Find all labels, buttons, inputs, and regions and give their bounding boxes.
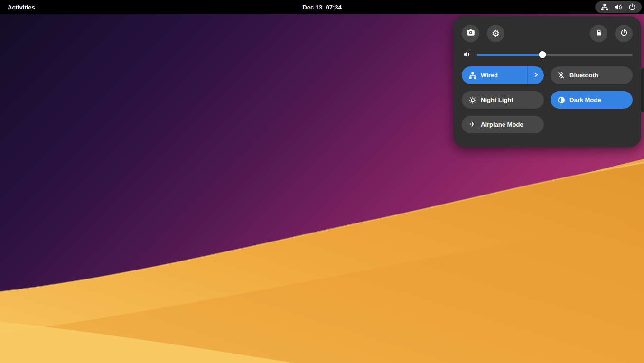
clock[interactable]: Dec 13 07:34 bbox=[302, 4, 341, 11]
speaker-icon bbox=[462, 50, 472, 58]
lock-icon bbox=[595, 29, 603, 38]
toggle-label: Night Light bbox=[481, 96, 513, 103]
toggle-wired-main[interactable]: Wired bbox=[462, 66, 527, 84]
volume-slider[interactable] bbox=[477, 51, 633, 58]
power-icon bbox=[620, 29, 628, 38]
top-bar: Activities Dec 13 07:34 bbox=[0, 0, 644, 14]
edge-panel-notch bbox=[641, 68, 644, 112]
toggle-wired-expand-button[interactable] bbox=[528, 66, 544, 84]
network-wired-icon bbox=[601, 3, 608, 11]
lock-button[interactable] bbox=[590, 25, 607, 42]
toggle-wired[interactable]: Wired bbox=[462, 66, 544, 84]
toggle-dark-mode[interactable]: Dark Mode bbox=[551, 91, 633, 109]
bluetooth-disabled-icon bbox=[557, 72, 565, 79]
volume-row bbox=[462, 50, 633, 58]
chevron-right-icon bbox=[532, 71, 540, 80]
settings-button[interactable]: ⚙ bbox=[487, 25, 504, 42]
power-icon bbox=[628, 3, 636, 11]
toggle-airplane-mode[interactable]: ✈ Airplane Mode bbox=[462, 116, 544, 133]
dark-mode-icon bbox=[557, 96, 565, 104]
network-wired-icon bbox=[468, 72, 476, 79]
toggle-label: Bluetooth bbox=[569, 72, 598, 79]
screenshot-button[interactable] bbox=[462, 25, 479, 42]
volume-icon bbox=[615, 3, 622, 11]
toggle-dark-mode-main[interactable]: Dark Mode bbox=[551, 91, 633, 109]
toggle-label: Dark Mode bbox=[569, 96, 601, 103]
toggle-airplane-mode-main[interactable]: ✈ Airplane Mode bbox=[462, 116, 544, 133]
toggle-bluetooth[interactable]: Bluetooth bbox=[551, 66, 633, 84]
system-status-area[interactable] bbox=[595, 1, 642, 13]
activities-button[interactable]: Activities bbox=[0, 0, 43, 14]
desktop: Activities Dec 13 07:34 bbox=[0, 0, 644, 363]
quick-settings-panel: ⚙ bbox=[453, 16, 641, 147]
camera-icon bbox=[467, 28, 475, 38]
toggle-label: Airplane Mode bbox=[481, 121, 523, 128]
toggle-night-light[interactable]: Night Light bbox=[462, 91, 544, 109]
toggle-bluetooth-main[interactable]: Bluetooth bbox=[551, 66, 633, 84]
gear-icon: ⚙ bbox=[492, 29, 500, 38]
toggle-night-light-main[interactable]: Night Light bbox=[462, 91, 544, 109]
night-light-icon bbox=[468, 96, 476, 104]
volume-fill bbox=[477, 54, 542, 56]
airplane-icon: ✈ bbox=[468, 121, 476, 128]
quick-settings-actions: ⚙ bbox=[462, 25, 633, 42]
volume-knob[interactable] bbox=[539, 51, 546, 58]
toggle-label: Wired bbox=[481, 72, 498, 79]
power-menu-button[interactable] bbox=[615, 25, 633, 42]
toggle-grid: Wired bbox=[462, 66, 633, 133]
